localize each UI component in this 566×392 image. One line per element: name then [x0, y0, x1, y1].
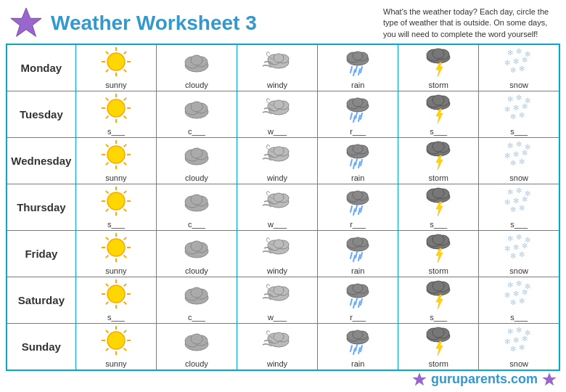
svg-line-65 — [361, 113, 362, 119]
svg-text:✻: ✻ — [519, 158, 525, 166]
svg-line-47 — [106, 98, 109, 101]
weather-label: w___ — [240, 313, 314, 322]
svg-line-227 — [358, 301, 360, 307]
weather-cell: cloudy — [156, 138, 237, 184]
svg-point-271 — [432, 327, 444, 338]
weather-icon — [401, 279, 475, 312]
svg-line-127 — [106, 191, 109, 194]
weather-label: w___ — [240, 220, 314, 229]
weather-cell: windy — [237, 44, 317, 91]
svg-marker-281 — [412, 372, 426, 385]
weather-label: c___ — [160, 127, 234, 136]
weather-cell: s___ — [398, 91, 479, 138]
svg-line-144 — [356, 205, 357, 211]
svg-line-267 — [358, 348, 360, 354]
svg-point-191 — [432, 234, 444, 245]
weather-label: rain — [321, 266, 395, 275]
svg-point-253 — [191, 334, 202, 344]
svg-line-184 — [356, 252, 357, 258]
weather-cell: r___ — [318, 277, 398, 324]
weather-cell: windy — [237, 138, 317, 184]
weather-icon — [321, 186, 395, 219]
weather-icon: ✻ ✻ ✻ ✻ ✻ ✻ ✻ ✻ — [482, 325, 556, 359]
svg-point-142 — [353, 191, 363, 200]
weather-cell: ✻ ✻ ✻ ✻ ✻ ✻ ✻ ✻ s___ — [479, 184, 559, 231]
page-title: Weather Worksheet 3 — [51, 12, 257, 35]
weather-cell: ✻ ✻ ✻ ✻ ✻ ✻ ✻ ✻ snow — [479, 324, 559, 371]
svg-point-222 — [353, 284, 363, 293]
weather-icon — [160, 232, 234, 266]
svg-text:✻: ✻ — [510, 298, 516, 306]
svg-text:✻: ✻ — [516, 187, 522, 195]
svg-text:✻: ✻ — [516, 233, 522, 241]
svg-text:✻: ✻ — [504, 198, 510, 206]
svg-text:✻: ✻ — [510, 113, 516, 121]
weather-cell: sunny — [75, 324, 156, 371]
svg-text:✻: ✻ — [513, 197, 519, 205]
svg-line-3 — [123, 70, 126, 73]
svg-point-182 — [353, 237, 363, 246]
weather-label: cloudy — [160, 173, 234, 182]
svg-line-226 — [353, 302, 355, 308]
svg-line-7 — [106, 52, 109, 54]
weather-label: r___ — [321, 220, 395, 229]
weather-cell: sunny — [75, 231, 156, 277]
svg-line-104 — [356, 159, 357, 165]
weather-icon — [240, 93, 314, 126]
svg-line-225 — [361, 299, 362, 305]
footer-star-icon2 — [541, 372, 557, 388]
weather-label: s___ — [79, 220, 153, 229]
svg-text:✻: ✻ — [519, 204, 525, 212]
weather-cell: s___ — [75, 184, 156, 231]
svg-text:✻: ✻ — [516, 326, 522, 334]
svg-text:✻: ✻ — [513, 336, 519, 344]
weather-label: rain — [321, 173, 395, 182]
weather-cell: ✻ ✻ ✻ ✻ ✻ ✻ ✻ ✻ snow — [479, 44, 559, 91]
svg-line-5 — [106, 70, 109, 73]
svg-text:✻: ✻ — [522, 195, 528, 203]
weather-cell: storm — [398, 44, 479, 91]
svg-text:✻: ✻ — [519, 65, 525, 73]
svg-text:✻: ✻ — [519, 343, 525, 351]
svg-point-93 — [191, 148, 202, 158]
svg-line-207 — [106, 284, 109, 287]
day-label: Friday — [7, 231, 75, 277]
weather-icon: ✻ ✻ ✻ ✻ ✻ ✻ ✻ ✻ — [482, 139, 556, 173]
svg-line-25 — [361, 67, 362, 73]
weather-cell: ✻ ✻ ✻ ✻ ✻ ✻ ✻ ✻ snow — [479, 231, 559, 277]
weather-icon — [79, 279, 153, 312]
svg-line-66 — [353, 116, 355, 122]
weather-cell: r___ — [318, 91, 398, 138]
weather-label: sunny — [79, 266, 153, 275]
weather-label: s___ — [482, 220, 556, 229]
weather-cell: cloudy — [156, 324, 237, 371]
weather-icon — [160, 46, 234, 80]
svg-point-262 — [353, 330, 363, 339]
weather-label: sunny — [79, 173, 153, 182]
svg-point-17 — [274, 54, 284, 62]
weather-cell: w___ — [237, 184, 317, 231]
footer-star-icon — [411, 372, 427, 388]
svg-line-107 — [358, 162, 360, 168]
svg-point-121 — [107, 192, 125, 210]
svg-text:✻: ✻ — [522, 288, 528, 296]
svg-point-231 — [432, 281, 444, 291]
svg-line-49 — [123, 98, 126, 101]
star-icon — [9, 6, 44, 41]
svg-line-264 — [356, 345, 357, 351]
svg-line-23 — [350, 67, 352, 73]
svg-marker-192 — [436, 248, 443, 263]
svg-marker-32 — [436, 62, 443, 77]
svg-line-186 — [353, 256, 355, 261]
svg-line-67 — [358, 115, 360, 121]
table-row: Saturday s___ c___ w___ r___ s — [7, 277, 559, 324]
weather-label: windy — [240, 173, 314, 182]
table-row: Thursday s___ c___ w___ r___ s — [7, 184, 559, 231]
svg-line-169 — [123, 237, 126, 240]
svg-text:✻: ✻ — [507, 188, 513, 196]
svg-line-247 — [106, 330, 109, 333]
svg-point-71 — [432, 95, 444, 105]
day-label: Saturday — [7, 277, 75, 324]
svg-point-133 — [191, 195, 202, 205]
weather-icon — [321, 93, 395, 126]
